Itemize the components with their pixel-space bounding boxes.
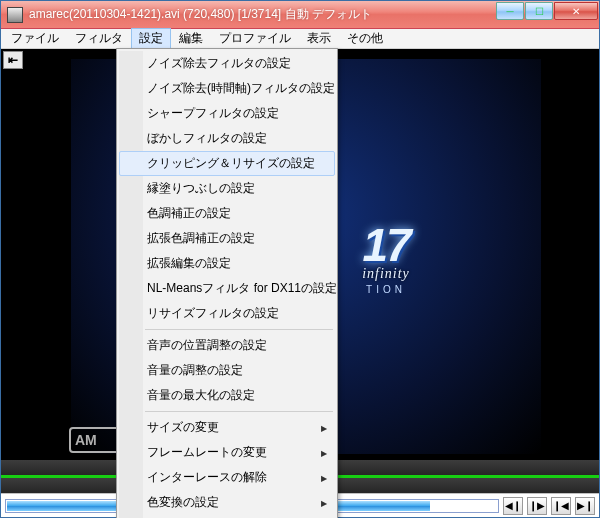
back-icon: ⇤ bbox=[8, 53, 18, 67]
dropdown-item[interactable]: 音声の位置調整の設定 bbox=[119, 333, 335, 358]
settings-dropdown: ノイズ除去フィルタの設定ノイズ除去(時間軸)フィルタの設定シャープフィルタの設定… bbox=[116, 48, 338, 518]
step-back-button[interactable]: ◀❙ bbox=[503, 497, 523, 515]
dropdown-item[interactable]: ノイズ除去フィルタの設定 bbox=[119, 51, 335, 76]
dropdown-item[interactable]: 音量の調整の設定 bbox=[119, 358, 335, 383]
dropdown-item[interactable]: 縁塗りつぶしの設定 bbox=[119, 176, 335, 201]
watermark-text: AM bbox=[75, 432, 97, 448]
video-logo-main: 17 bbox=[362, 218, 410, 272]
dropdown-item[interactable]: 色調補正の設定 bbox=[119, 201, 335, 226]
go-start-button[interactable]: ❙◀ bbox=[551, 497, 571, 515]
window-buttons: ─ ☐ ✕ bbox=[496, 1, 599, 28]
dropdown-item[interactable]: クリッピング＆リサイズの設定 bbox=[119, 151, 335, 176]
dropdown-item[interactable]: リサイズフィルタの設定 bbox=[119, 301, 335, 326]
step-forward-button[interactable]: ❙▶ bbox=[527, 497, 547, 515]
video-content: 17 infinity TION bbox=[362, 218, 410, 295]
app-icon bbox=[7, 7, 23, 23]
dropdown-item[interactable]: インターレースの解除 bbox=[119, 465, 335, 490]
dropdown-item[interactable]: シャープフィルタの設定 bbox=[119, 101, 335, 126]
menu-item[interactable]: プロファイル bbox=[211, 28, 299, 49]
dropdown-item[interactable]: サイズの変更 bbox=[119, 415, 335, 440]
video-logo-sub: TION bbox=[362, 284, 410, 295]
video-logo-tag: infinity bbox=[362, 266, 410, 282]
title-bar[interactable]: amarec(20110304-1421).avi (720,480) [1/3… bbox=[1, 1, 599, 29]
dropdown-separator bbox=[145, 329, 333, 330]
menu-item[interactable]: フィルタ bbox=[67, 28, 131, 49]
menu-item[interactable]: ファイル bbox=[3, 28, 67, 49]
maximize-button[interactable]: ☐ bbox=[525, 2, 553, 20]
dropdown-item[interactable]: 拡張編集の設定 bbox=[119, 251, 335, 276]
back-button[interactable]: ⇤ bbox=[3, 51, 23, 69]
menu-item[interactable]: 編集 bbox=[171, 28, 211, 49]
dropdown-item[interactable]: NL-Meansフィルタ for DX11の設定 bbox=[119, 276, 335, 301]
menu-bar: ファイルフィルタ設定編集プロファイル表示その他 bbox=[1, 29, 599, 49]
menu-item[interactable]: 設定 bbox=[131, 28, 171, 49]
dropdown-item[interactable]: 色変換の設定 bbox=[119, 490, 335, 515]
dropdown-item[interactable]: フレームレートの変更 bbox=[119, 440, 335, 465]
menu-item[interactable]: その他 bbox=[339, 28, 391, 49]
close-button[interactable]: ✕ bbox=[554, 2, 598, 20]
dropdown-item[interactable]: 音量の最大化の設定 bbox=[119, 383, 335, 408]
dropdown-item[interactable]: ノイズ除去(時間軸)フィルタの設定 bbox=[119, 76, 335, 101]
menu-item[interactable]: 表示 bbox=[299, 28, 339, 49]
window-title: amarec(20110304-1421).avi (720,480) [1/3… bbox=[29, 6, 496, 23]
dropdown-item[interactable]: ぼかしフィルタの設定 bbox=[119, 126, 335, 151]
go-end-button[interactable]: ▶❙ bbox=[575, 497, 595, 515]
dropdown-item[interactable]: 拡張色調補正の設定 bbox=[119, 226, 335, 251]
minimize-button[interactable]: ─ bbox=[496, 2, 524, 20]
dropdown-separator bbox=[145, 411, 333, 412]
